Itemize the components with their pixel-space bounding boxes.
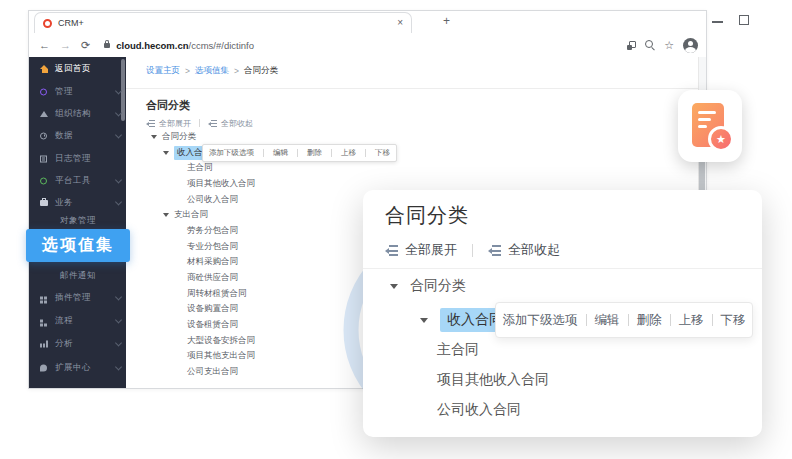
window-minimize-icon[interactable]: [712, 21, 723, 23]
tree-node[interactable]: 合同分类: [126, 129, 698, 145]
action-edit-button[interactable]: 编辑: [273, 148, 288, 158]
expand-all-button[interactable]: 全部展开: [405, 241, 457, 259]
sidebar-item-org[interactable]: 组织结构: [29, 106, 126, 122]
expand-all-icon: [385, 245, 398, 256]
tree-node-label: 设备购置合同: [187, 303, 238, 315]
forward-icon[interactable]: →: [60, 40, 71, 51]
sidebar-item-label: 管理: [55, 86, 73, 98]
sidebar-item-logs[interactable]: 日志管理: [29, 151, 126, 167]
chevron-down-icon: [115, 363, 122, 370]
admin-icon: [40, 89, 47, 96]
divider: [126, 88, 698, 89]
tree-node-label: 项目其他收入合同: [187, 178, 255, 190]
tree-expand-arrow-icon[interactable]: [163, 213, 169, 217]
tree-node[interactable]: 项目其他收入合同: [437, 372, 549, 388]
tree-node-label: 周转材租赁合同: [187, 288, 247, 300]
action-add-child-button[interactable]: 添加下级选项: [503, 312, 578, 329]
sidebar-item-extension-center[interactable]: 扩展中心: [29, 360, 126, 376]
sidebar-item-mail-notify[interactable]: 邮件通知: [29, 268, 126, 284]
tree-expand-arrow-icon[interactable]: [420, 318, 428, 323]
sidebar-item-business[interactable]: 业务: [29, 195, 126, 211]
sidebar-item-data[interactable]: 数据: [29, 128, 126, 144]
breadcrumb-section-link[interactable]: 选项值集: [195, 65, 229, 77]
chevron-down-icon: [115, 109, 122, 116]
sidebar-item-object-mgmt[interactable]: 对象管理: [29, 213, 126, 229]
panel-title: 合同分类: [385, 202, 469, 229]
flow-icon: [40, 320, 43, 323]
option-value-set-callout[interactable]: 选项值集: [26, 229, 130, 262]
tree-expand-arrow-icon[interactable]: [151, 135, 157, 139]
tree-node-label: 专业分包合同: [187, 241, 238, 253]
window-maximize-icon[interactable]: [739, 15, 749, 25]
data-icon: [40, 133, 47, 140]
expand-all-button[interactable]: 全部展开: [159, 118, 191, 129]
page-title: 合同分类: [146, 98, 190, 113]
collapse-all-icon: [208, 120, 217, 127]
home-icon: [40, 65, 49, 73]
tree-node-label: 主合同: [187, 162, 213, 174]
chevron-down-icon: [115, 87, 122, 94]
sidebar-item-label: 平台工具: [55, 175, 91, 187]
browser-tab[interactable]: CRM+ ×: [34, 12, 412, 33]
action-move-up-button[interactable]: 上移: [679, 312, 704, 329]
sidebar-item-label: 日志管理: [55, 153, 91, 165]
separator: [712, 314, 713, 326]
new-tab-button[interactable]: +: [443, 14, 450, 28]
tree-node[interactable]: 主合同: [437, 342, 479, 358]
sidebar-item-analysis[interactable]: 分析: [29, 336, 126, 352]
business-icon: [40, 200, 48, 206]
tree-node[interactable]: 主合同: [126, 160, 698, 176]
collapse-all-button[interactable]: 全部收起: [221, 118, 253, 129]
tree-expand-arrow-icon[interactable]: [390, 284, 398, 289]
extension-pages-icon[interactable]: [627, 41, 636, 50]
action-move-down-button[interactable]: 下移: [721, 312, 746, 329]
tab-close-icon[interactable]: ×: [397, 18, 403, 28]
plugin-icon: [40, 297, 43, 300]
tree-node-label: 合同分类: [410, 277, 466, 295]
platform-tools-icon: [40, 178, 47, 185]
tree-node-label: 主合同: [437, 341, 479, 359]
chevron-down-icon: [115, 293, 122, 300]
tree-node[interactable]: 公司收入合同: [437, 402, 521, 418]
tree-node-label: 合同分类: [162, 131, 196, 143]
action-add-child-button[interactable]: 添加下级选项: [209, 148, 254, 158]
sidebar-item-label: 对象管理: [60, 215, 96, 227]
url-field[interactable]: cloud.hecom.cn/ccms/#/dictinfo: [116, 40, 254, 51]
tree-expand-arrow-icon[interactable]: [163, 151, 169, 155]
zoom-preview-panel: 合同分类 全部展开 全部收起 合同分类 收入合同 添加下级选项编辑删除上移下移 …: [363, 190, 762, 437]
chevron-down-icon: [115, 176, 122, 183]
reload-icon[interactable]: ⟳: [81, 40, 90, 51]
action-move-down-button[interactable]: 下移: [375, 148, 390, 158]
sidebar-item-admin[interactable]: 管理: [29, 84, 126, 100]
tree-node-label: 公司收入合同: [437, 401, 521, 419]
action-delete-button[interactable]: 删除: [307, 148, 322, 158]
collapse-all-button[interactable]: 全部收起: [508, 241, 560, 259]
back-icon[interactable]: ←: [39, 40, 50, 51]
divider: [363, 268, 762, 269]
sidebar-item-label: 业务: [55, 197, 73, 209]
chevron-down-icon: [115, 339, 122, 346]
action-move-up-button[interactable]: 上移: [341, 148, 356, 158]
sidebar-item-home[interactable]: 返回首页: [29, 61, 126, 77]
tree-node-label: 项目其他收入合同: [437, 371, 549, 389]
tree-node-label: 劳务分包合同: [187, 225, 238, 237]
sidebar-item-plugins[interactable]: 插件管理: [29, 290, 126, 306]
action-delete-button[interactable]: 删除: [637, 312, 662, 329]
address-bar: ← → ⟳ cloud.hecom.cn/ccms/#/dictinfo ☆: [29, 33, 706, 58]
url-domain: cloud.hecom.cn: [116, 40, 188, 51]
sidebar-item-platform-tools[interactable]: 平台工具: [29, 173, 126, 189]
action-edit-button[interactable]: 编辑: [595, 312, 620, 329]
sidebar-item-label: 邮件通知: [60, 270, 96, 282]
breadcrumb-separator: >: [234, 66, 239, 76]
tree-toolbar: 全部展开 全部收起: [146, 118, 253, 128]
chevron-down-icon: [115, 198, 122, 205]
separator: [670, 314, 671, 326]
tree-node-root[interactable]: 合同分类: [390, 278, 466, 294]
zoom-out-icon[interactable]: [645, 40, 655, 50]
sidebar-item-label: 数据: [55, 130, 73, 142]
bookmark-star-icon[interactable]: ☆: [664, 40, 674, 51]
breadcrumb-home-link[interactable]: 设置主页: [146, 65, 180, 77]
url-path: /ccms/#/dictinfo: [189, 40, 254, 51]
profile-avatar[interactable]: [683, 38, 698, 53]
sidebar-item-flow[interactable]: 流程: [29, 313, 126, 329]
